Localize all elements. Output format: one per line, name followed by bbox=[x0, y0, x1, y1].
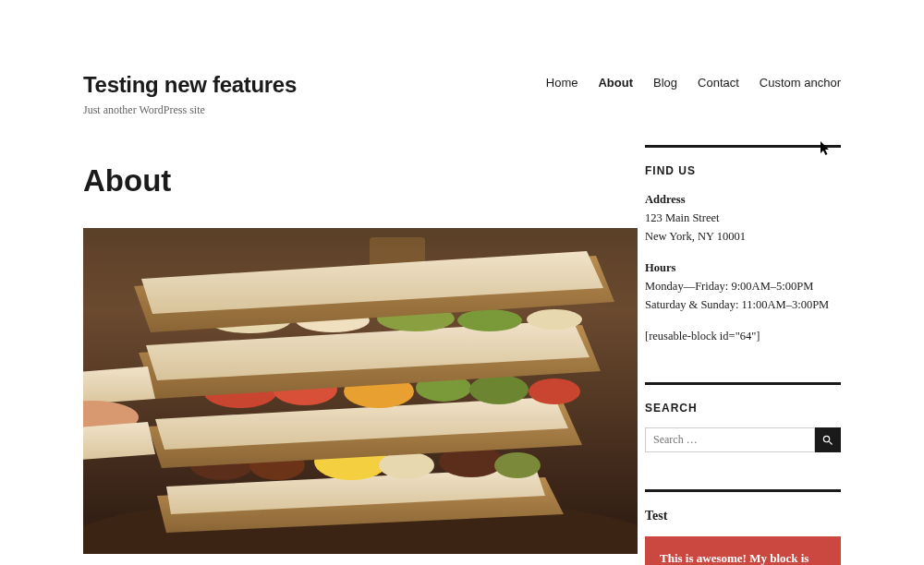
widget-find-us: FIND US Address 123 Main Street New York… bbox=[645, 145, 841, 345]
hours-line1: Monday—Friday: 9:00AM–5:00PM bbox=[645, 280, 813, 293]
hero-image bbox=[83, 228, 638, 554]
address-line1: 123 Main Street bbox=[645, 211, 720, 224]
search-form bbox=[645, 427, 841, 452]
widget-search: SEARCH bbox=[645, 382, 841, 452]
nav-home[interactable]: Home bbox=[546, 76, 578, 90]
svg-point-13 bbox=[469, 375, 529, 404]
svg-point-8 bbox=[494, 452, 541, 478]
main-nav: Home About Blog Contact Custom anchor bbox=[546, 72, 841, 90]
svg-point-18 bbox=[457, 309, 522, 331]
nav-blog[interactable]: Blog bbox=[653, 76, 677, 90]
widget-title-test: Test bbox=[645, 509, 841, 523]
reusable-block: This is awesome! My block is reusable! bbox=[645, 536, 841, 565]
search-icon bbox=[821, 434, 834, 447]
nav-contact[interactable]: Contact bbox=[698, 76, 739, 90]
widget-title-find-us: FIND US bbox=[645, 164, 841, 177]
widget-title-search: SEARCH bbox=[645, 402, 841, 415]
reusable-block-shortcode: [reusable-block id="64"] bbox=[645, 327, 841, 345]
svg-point-14 bbox=[529, 379, 580, 404]
page-content: About bbox=[83, 145, 608, 565]
sidebar: FIND US Address 123 Main Street New York… bbox=[645, 145, 841, 565]
hours-line2: Saturday & Sunday: 11:00AM–3:00PM bbox=[645, 298, 829, 311]
search-button[interactable] bbox=[815, 427, 841, 452]
find-us-body: Address 123 Main Street New York, NY 100… bbox=[645, 190, 841, 345]
main-content-area: About bbox=[83, 145, 841, 565]
site-title[interactable]: Testing new features bbox=[83, 72, 297, 98]
nav-custom-anchor[interactable]: Custom anchor bbox=[760, 76, 841, 90]
nav-about[interactable]: About bbox=[598, 76, 633, 90]
hours-label: Hours bbox=[645, 261, 675, 274]
address-label: Address bbox=[645, 193, 686, 206]
page-title: About bbox=[83, 163, 608, 198]
search-input[interactable] bbox=[645, 427, 815, 452]
widget-test: Test This is awesome! My block is reusab… bbox=[645, 489, 841, 565]
site-header: Testing new features Just another WordPr… bbox=[83, 0, 841, 145]
site-tagline: Just another WordPress site bbox=[83, 103, 297, 117]
svg-point-19 bbox=[527, 309, 582, 330]
address-line2: New York, NY 10001 bbox=[645, 230, 746, 243]
site-branding: Testing new features Just another WordPr… bbox=[83, 72, 297, 117]
